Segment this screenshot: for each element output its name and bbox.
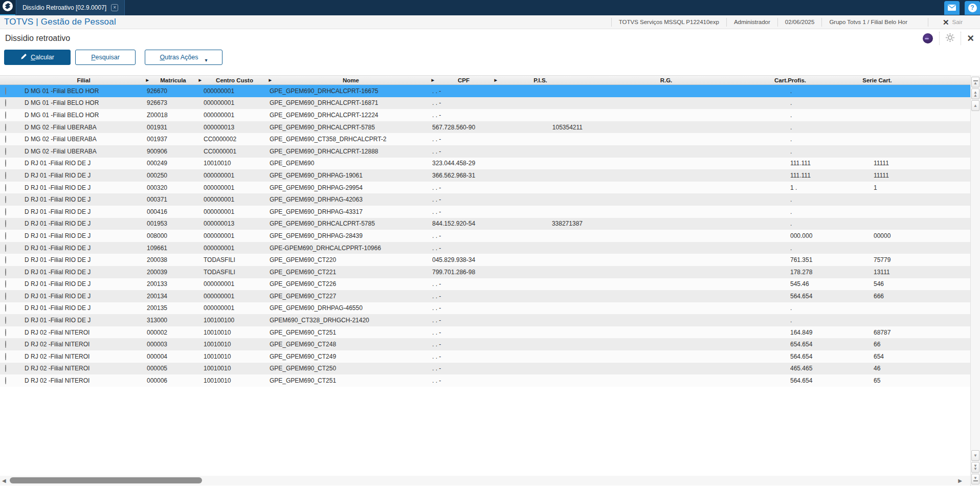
- cell-centro-custo: 000000001: [199, 172, 270, 179]
- cell-centro-custo: 10010010: [199, 329, 270, 336]
- status-cell: [0, 172, 20, 179]
- scroll-left-icon[interactable]: ◀: [2, 478, 6, 483]
- header-filial[interactable]: Filial ▶: [20, 77, 147, 83]
- header-serie-cart[interactable]: Serie Cart.: [834, 77, 921, 83]
- totvs-logo[interactable]: [0, 0, 15, 15]
- table-row[interactable]: D MG 01 -Filial BELO HOR 926670 00000000…: [0, 85, 970, 97]
- help-button[interactable]: ?: [965, 1, 980, 15]
- cell-centro-custo: 000000013: [199, 124, 270, 131]
- table-row[interactable]: D MG 01 -Filial BELO HOR Z00018 00000000…: [0, 109, 970, 121]
- logout-x-icon: ✕: [943, 18, 949, 26]
- cell-serie-cart: 13111: [834, 269, 921, 276]
- horizontal-scroll-thumb[interactable]: [10, 477, 202, 483]
- outras-acoes-button[interactable]: Outras Ações ▾: [145, 50, 222, 65]
- cell-centro-custo: 10010010: [199, 341, 270, 348]
- cell-filial: D MG 01 -Filial BELO HOR: [20, 87, 147, 95]
- cell-centro-custo: 000000001: [199, 280, 270, 288]
- cell-pis: 338271387: [495, 220, 586, 227]
- table-row[interactable]: D RJ 01 -Filial RIO DE J 200134 00000000…: [0, 290, 970, 302]
- cell-cart-profis: .: [747, 196, 834, 203]
- table-row[interactable]: D RJ 01 -Filial RIO DE J 000416 00000000…: [0, 206, 970, 218]
- table-row[interactable]: D RJ 02 -Filial NITEROI 000004 10010010 …: [0, 350, 970, 363]
- table-row[interactable]: D RJ 01 -Filial RIO DE J 000249 10010010…: [0, 158, 970, 170]
- cell-cart-profis: .: [747, 245, 834, 252]
- scroll-bottom-button[interactable]: ▼: [971, 474, 979, 484]
- header-pis[interactable]: P.I.S.: [495, 77, 586, 83]
- cell-centro-custo: 000000001: [199, 245, 270, 252]
- vertical-scrollbar[interactable]: ▲ ▲▲ ▲ ▼ ▼▼ ▼: [970, 75, 980, 486]
- calcular-label: Calcular: [31, 54, 54, 61]
- date-label: 02/06/2025: [777, 18, 822, 27]
- cell-centro-custo: 10010010: [199, 377, 270, 384]
- status-cell: [0, 353, 20, 360]
- table-row[interactable]: D RJ 02 -Filial NITEROI 000005 10010010 …: [0, 363, 970, 375]
- scroll-top-button[interactable]: ▲: [971, 77, 979, 87]
- cell-cart-profis: 564.654: [747, 377, 834, 384]
- header-matricula[interactable]: Matricula ▶: [147, 77, 199, 83]
- header-centro-custo[interactable]: Centro Custo ▶: [199, 77, 270, 83]
- table-row[interactable]: D MG 02 -Filial UBERABA 900906 CC0000001…: [0, 145, 970, 158]
- logout-button[interactable]: ✕ Sair: [928, 18, 970, 27]
- calcular-button[interactable]: Calcular: [4, 50, 71, 65]
- scroll-down-button[interactable]: ▼: [971, 450, 979, 461]
- cell-nome: GPE_GPEM690_CT220: [270, 256, 432, 263]
- pesquisar-button[interactable]: Pesquisar: [75, 50, 136, 65]
- mail-button[interactable]: [944, 1, 960, 15]
- cell-cart-profis: 111.111: [747, 172, 834, 179]
- scroll-right-icon[interactable]: ▶: [958, 478, 962, 483]
- table-row[interactable]: D RJ 02 -Filial NITEROI 000002 10010010 …: [0, 326, 970, 339]
- table-row[interactable]: D RJ 01 -Filial RIO DE J 001953 00000001…: [0, 218, 970, 230]
- table-row[interactable]: D MG 02 -Filial UBERABA 001931 000000013…: [0, 121, 970, 134]
- scroll-up-button[interactable]: ▲: [971, 100, 979, 111]
- tab-close-icon[interactable]: ×: [111, 4, 118, 11]
- toolbar: Calcular Pesquisar Outras Ações ▾ ▾ Filt…: [0, 48, 980, 74]
- cell-cpf: . . -: [432, 148, 495, 155]
- cell-centro-custo: 000000001: [199, 304, 270, 312]
- gear-icon[interactable]: [946, 33, 954, 44]
- cell-matricula: 000002: [147, 329, 199, 336]
- table-row[interactable]: D RJ 01 -Filial RIO DE J 200039 TODASFIL…: [0, 266, 970, 278]
- cell-cpf: 045.829.938-34: [432, 256, 495, 263]
- close-routine-icon[interactable]: ×: [967, 33, 974, 43]
- cell-cart-profis: 564.654: [747, 353, 834, 360]
- table-row[interactable]: D RJ 02 -Filial NITEROI 000003 10010010 …: [0, 338, 970, 350]
- header-cpf[interactable]: CPF ▶: [432, 77, 495, 83]
- app-header: TOTVS | Gestão de Pessoal TOTVS Serviços…: [0, 15, 980, 29]
- active-tab[interactable]: Dissídio Retroativo [02.9.0007] ×: [16, 0, 125, 15]
- table-row[interactable]: D MG 01 -Filial BELO HOR 926673 00000000…: [0, 97, 970, 109]
- cell-nome: GPE_GPEM690_DRHPAG-46550: [270, 304, 432, 312]
- table-row[interactable]: D RJ 01 -Filial RIO DE J 109661 00000000…: [0, 242, 970, 254]
- table-row[interactable]: D RJ 01 -Filial RIO DE J 200038 TODASFIL…: [0, 254, 970, 266]
- scroll-pageup-button[interactable]: ▲▲: [971, 89, 979, 99]
- divider: [961, 32, 961, 45]
- table-row[interactable]: D RJ 02 -Filial NITEROI 000006 10010010 …: [0, 374, 970, 387]
- header-rg[interactable]: R.G.: [586, 77, 747, 83]
- header-nome[interactable]: Nome ▶: [270, 77, 432, 83]
- scroll-pagedown-button[interactable]: ▼▼: [971, 462, 979, 473]
- table-row[interactable]: D RJ 01 -Filial RIO DE J 008000 00000000…: [0, 230, 970, 242]
- cell-cpf: . . -: [432, 245, 495, 252]
- table-row[interactable]: D RJ 01 -Filial RIO DE J 200133 00000000…: [0, 278, 970, 291]
- cell-filial: D RJ 01 -Filial RIO DE J: [20, 269, 147, 276]
- cell-cpf: . . -: [432, 136, 495, 143]
- table-row[interactable]: D RJ 01 -Filial RIO DE J 000320 00000000…: [0, 182, 970, 194]
- status-cell: [0, 304, 20, 312]
- cell-nome: GPE_GPEM690_DRHCALCPRT-16675: [270, 87, 432, 95]
- cell-matricula: 001937: [147, 136, 199, 143]
- header-cart-profis[interactable]: Cart.Profis.: [747, 77, 834, 83]
- cell-nome: GPE_GPEM690_DRHCALCPRT-12224: [270, 112, 432, 119]
- cell-filial: D RJ 01 -Filial RIO DE J: [20, 232, 147, 239]
- company-branch-label[interactable]: Grupo Totvs 1 / Filial Belo Hor: [821, 18, 915, 27]
- table-row[interactable]: D MG 02 -Filial UBERABA 001937 CC0000002…: [0, 133, 970, 145]
- table-row[interactable]: D RJ 01 -Filial RIO DE J 000371 00000000…: [0, 193, 970, 206]
- cell-filial: D RJ 01 -Filial RIO DE J: [20, 196, 147, 203]
- cell-cart-profis: .: [747, 148, 834, 155]
- table-row[interactable]: D RJ 01 -Filial RIO DE J 200135 00000000…: [0, 302, 970, 315]
- cell-nome: GPE_GPEM690_DRHCALCPRT-16871: [270, 99, 432, 106]
- cell-matricula: 000320: [147, 184, 199, 191]
- user-label[interactable]: Administrador: [726, 18, 777, 27]
- table-row[interactable]: D RJ 01 -Filial RIO DE J 000250 00000000…: [0, 169, 970, 182]
- horizontal-scrollbar[interactable]: ◀ ▶: [0, 476, 970, 485]
- assistant-icon[interactable]: [923, 33, 933, 43]
- table-row[interactable]: D RJ 01 -Filial RIO DE J 313000 10010010…: [0, 314, 970, 326]
